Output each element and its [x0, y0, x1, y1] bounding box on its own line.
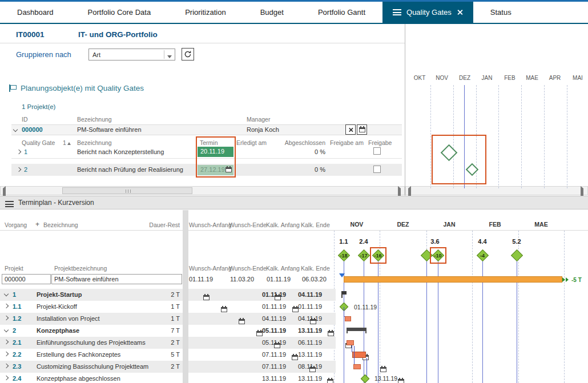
calendar-icon[interactable] [380, 367, 386, 372]
delete-button[interactable] [345, 124, 356, 135]
calendar-button[interactable] [357, 124, 367, 135]
col-header-gate-name[interactable]: Bezeichnung [77, 139, 112, 146]
calendar-icon[interactable] [239, 319, 245, 324]
tab-dashboard[interactable]: Dashboard [0, 2, 71, 23]
tab-budget[interactable]: Budget [243, 2, 301, 23]
col-header-abgeschlossen[interactable]: Abgeschlossen [282, 139, 325, 146]
release-checkbox[interactable] [373, 166, 381, 173]
tab-portfolio-core-data[interactable]: Portfolio Core Data [71, 2, 168, 23]
project-wunsch-ende[interactable]: 11.03.20 [230, 276, 254, 283]
task-kalk-anfang: 05.11.19 [262, 339, 286, 346]
col-header-freigabe-am[interactable]: Freigabe am [330, 139, 364, 146]
task-kalk-ende: 13.11.19 [298, 351, 322, 358]
task-duration: 7 T [144, 327, 180, 334]
task-bar[interactable] [353, 364, 361, 369]
project-row[interactable] [11, 124, 402, 135]
gantt-gridline [521, 85, 522, 188]
collapse-icon[interactable] [4, 328, 9, 332]
expand-icon[interactable] [4, 352, 9, 356]
milestone-diamond[interactable] [511, 249, 523, 261]
tab-portfolio-gantt[interactable]: Portfolio Gantt [301, 2, 382, 23]
top-navigation: Dashboard Portfolio Core Data Prioritiza… [0, 0, 588, 24]
col-header-erledigt-am[interactable]: Erledigt am [236, 139, 267, 146]
col-header-wunsch-anfang: Wunsch-Anfang [189, 265, 232, 272]
task-duration: 5 T [144, 351, 180, 358]
project-id: 000000 [22, 126, 43, 133]
calendar-icon[interactable] [221, 307, 227, 312]
col-header-quality-gate[interactable]: Quality Gate [22, 139, 55, 146]
chevron-down-icon[interactable] [164, 51, 175, 58]
task-kalk-anfang: 01.11.19 [262, 303, 286, 310]
task-duration: 2 T [144, 291, 180, 298]
project-kalk-ende: 06.03.20 [302, 276, 327, 283]
refresh-button[interactable] [182, 48, 194, 61]
milestone-diamond[interactable] [361, 374, 370, 383]
project-wunsch-anfang[interactable]: 01.11.19 [189, 276, 213, 283]
completed-percent: 0 % [282, 148, 325, 155]
col-header-kalk-ende[interactable]: Kalk. Ende [301, 221, 330, 228]
expand-icon[interactable] [17, 150, 21, 154]
milestone-label: 2.4 [355, 238, 372, 245]
project-id-cell[interactable]: 000000 [2, 274, 51, 284]
col-header-wunsch-ende[interactable]: Wunsch-Ende [229, 221, 267, 228]
col-header-bezeichnung[interactable]: Bezeichnung [43, 221, 78, 228]
task-kalk-ende: 04.11.19 [298, 315, 322, 322]
menu-icon[interactable] [5, 201, 14, 207]
portfolio-id: IT00001 [16, 30, 45, 39]
month-label: FEB [501, 75, 518, 81]
calendar-icon[interactable] [398, 379, 404, 383]
close-tab-icon[interactable] [457, 9, 463, 15]
summary-bar[interactable] [347, 328, 367, 331]
task-duration: 2 T [144, 363, 180, 370]
col-header-freigabe[interactable]: Freigabe [368, 139, 392, 146]
project-gantt-bar[interactable] [344, 276, 562, 283]
expand-icon[interactable] [4, 304, 9, 308]
col-header-manager: Manager [247, 116, 270, 123]
project-buffer-label: -5 T [571, 277, 582, 283]
col-header-wunsch-anfang[interactable]: Wunsch-Anfang [189, 221, 232, 228]
task-duration: 2 T [144, 339, 180, 346]
section-title: Planungsobjekt(e) mit Quality Gates [21, 84, 144, 92]
calendar-icon[interactable] [327, 379, 333, 383]
gantt-gridline [334, 231, 335, 383]
add-task-button[interactable]: + [35, 220, 39, 228]
col-header-kalk-anfang[interactable]: Kalk. Anfang [266, 221, 300, 228]
month-label: FEB [484, 221, 506, 228]
milestone-label: 4.4 [474, 238, 491, 245]
calendar-icon[interactable] [328, 331, 334, 336]
expand-icon[interactable] [4, 376, 9, 380]
horizontal-scrollbar[interactable] [0, 186, 405, 195]
tab-status[interactable]: Status [473, 2, 529, 23]
task-number: 1.1 [13, 303, 21, 310]
col-header-vorgang[interactable]: Vorgang [5, 221, 27, 228]
month-label: DEZ [392, 221, 414, 228]
gantt-connector [367, 358, 367, 377]
calendar-icon[interactable] [292, 355, 298, 360]
menu-icon[interactable] [393, 9, 401, 15]
calendar-icon[interactable] [203, 295, 210, 300]
col-header-name: Bezeichnung [77, 116, 112, 123]
task-kalk-ende: 13.11.19 [298, 327, 322, 334]
milestone-label: 1.1 [335, 238, 352, 245]
sort-indicator[interactable]: 1 [63, 139, 71, 146]
tab-label: Status [490, 8, 512, 17]
task-bar[interactable] [347, 340, 354, 345]
termin-highlight-box [196, 136, 236, 178]
horizontal-scrollbar[interactable] [405, 186, 588, 195]
month-label: OKT [411, 75, 428, 81]
release-checkbox[interactable] [373, 147, 381, 155]
tab-prioritization[interactable]: Prioritization [168, 2, 243, 23]
task-bar[interactable] [345, 316, 351, 321]
month-label: NOV [345, 221, 368, 228]
tab-quality-gates[interactable]: Quality Gates [382, 2, 473, 23]
gantt-gridline [472, 231, 473, 383]
project-name-cell[interactable]: PM-Software einführen [51, 274, 182, 284]
column-separator [183, 210, 188, 383]
col-header-dauer-rest[interactable]: Dauer-Rest [144, 221, 180, 228]
milestone-delay: -4 [475, 253, 490, 259]
tab-label: Quality Gates [406, 8, 452, 17]
group-by-dropdown[interactable]: Art [88, 49, 175, 61]
task-number: 1.2 [13, 315, 21, 322]
scrollbar-thumb[interactable] [62, 187, 192, 194]
header-divider [0, 43, 405, 43]
